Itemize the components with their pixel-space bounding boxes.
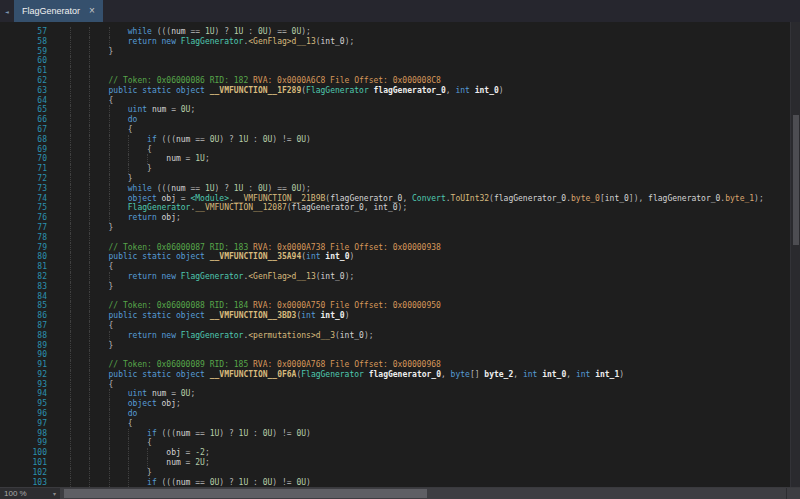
code-line[interactable]: 99 { <box>0 438 790 448</box>
code-text[interactable]: return new FlagGenerator.<GenFlag>d__13(… <box>70 272 790 282</box>
code-text[interactable]: } <box>70 468 790 478</box>
code-line[interactable]: 96 do <box>0 409 790 419</box>
zoom-select[interactable]: 100 % ▾ <box>0 488 60 499</box>
code-line[interactable]: 83 } <box>0 282 790 292</box>
code-line[interactable]: 92 public static object __VMFUNCTION__0F… <box>0 370 790 380</box>
code-line[interactable]: 63 public static object __VMFUNCTION__1F… <box>0 86 790 96</box>
code-line[interactable]: 78 <box>0 233 790 243</box>
code-line[interactable]: 97 { <box>0 419 790 429</box>
code-line[interactable]: 79 // Token: 0x06000087 RID: 183 RVA: 0x… <box>0 243 790 253</box>
code-text[interactable] <box>70 56 790 66</box>
code-text[interactable]: num = 1U; <box>70 154 790 164</box>
code-line[interactable]: 91 // Token: 0x06000089 RID: 185 RVA: 0x… <box>0 360 790 370</box>
code-editor[interactable]: 57 while (((num == 1U) ? 1U : 0U) == 0U)… <box>0 22 790 487</box>
code-line[interactable]: 86 public static object __VMFUNCTION__3B… <box>0 311 790 321</box>
code-text[interactable]: { <box>70 438 790 448</box>
code-text[interactable]: public static object __VMFUNCTION__0F6A(… <box>70 370 790 380</box>
code-text[interactable]: do <box>70 409 790 419</box>
close-icon[interactable]: × <box>89 6 95 16</box>
code-text[interactable]: } <box>70 341 790 351</box>
code-text[interactable]: } <box>70 282 790 292</box>
horizontal-scrollbar[interactable] <box>60 488 786 499</box>
code-text[interactable]: object obj; <box>70 399 790 409</box>
code-line[interactable]: 70 num = 1U; <box>0 154 790 164</box>
code-line[interactable]: 100 obj = -2; <box>0 448 790 458</box>
code-text[interactable]: do <box>70 115 790 125</box>
code-line[interactable]: 58 return new FlagGenerator.<GenFlag>d__… <box>0 37 790 47</box>
code-text[interactable] <box>70 350 790 360</box>
code-line[interactable]: 102 } <box>0 468 790 478</box>
code-text[interactable]: { <box>70 125 790 135</box>
code-line[interactable]: 61 <box>0 66 790 76</box>
tab-flaggenerator[interactable]: FlagGenerator × <box>14 0 103 22</box>
code-line[interactable]: 76 return obj; <box>0 213 790 223</box>
code-line[interactable]: 85 // Token: 0x06000088 RID: 184 RVA: 0x… <box>0 301 790 311</box>
code-text[interactable]: public static object __VMFUNCTION__1F289… <box>70 86 790 96</box>
code-line[interactable]: 74 object obj = <Module>.__VMFUNCTION__2… <box>0 194 790 204</box>
code-text[interactable]: public static object __VMFUNCTION__35A94… <box>70 252 790 262</box>
code-text[interactable]: if (((num == 0U) ? 1U : 0U) != 0U) <box>70 478 790 487</box>
code-text[interactable]: { <box>70 321 790 331</box>
code-line[interactable]: 84 <box>0 292 790 302</box>
code-line[interactable]: 69 { <box>0 145 790 155</box>
code-text[interactable] <box>70 66 790 76</box>
code-line[interactable]: 93 { <box>0 380 790 390</box>
code-text[interactable]: FlagGenerator.__VMFUNCTION__12087(flagGe… <box>70 203 790 213</box>
code-line[interactable]: 87 { <box>0 321 790 331</box>
code-text[interactable]: { <box>70 419 790 429</box>
code-line[interactable]: 90 <box>0 350 790 360</box>
code-line[interactable]: 71 } <box>0 164 790 174</box>
nav-back-icon[interactable]: ◄ <box>0 0 14 22</box>
code-line[interactable]: 68 if (((num == 0U) ? 1U : 0U) != 0U) <box>0 135 790 145</box>
code-text[interactable]: } <box>70 47 790 57</box>
code-text[interactable]: return new FlagGenerator.<permutations>d… <box>70 331 790 341</box>
code-text[interactable] <box>70 233 790 243</box>
code-text[interactable]: // Token: 0x06000086 RID: 182 RVA: 0x000… <box>70 76 790 86</box>
code-text[interactable]: while (((num == 1U) ? 1U : 0U) == 0U); <box>70 184 790 194</box>
code-line[interactable]: 81 { <box>0 262 790 272</box>
code-text[interactable]: while (((num == 1U) ? 1U : 0U) == 0U); <box>70 27 790 37</box>
code-text[interactable]: uint num = 0U; <box>70 105 790 115</box>
code-line[interactable]: 66 do <box>0 115 790 125</box>
code-text[interactable]: if (((num == 1U) ? 1U : 0U) != 0U) <box>70 429 790 439</box>
code-line[interactable]: 94 uint num = 0U; <box>0 389 790 399</box>
code-line[interactable]: 77 } <box>0 223 790 233</box>
code-text[interactable]: // Token: 0x06000087 RID: 183 RVA: 0x000… <box>70 243 790 253</box>
code-line[interactable]: 103 if (((num == 0U) ? 1U : 0U) != 0U) <box>0 478 790 487</box>
code-line[interactable]: 75 FlagGenerator.__VMFUNCTION__12087(fla… <box>0 203 790 213</box>
horizontal-scrollbar-thumb[interactable] <box>64 489 427 498</box>
code-text[interactable]: num = 2U; <box>70 458 790 468</box>
code-text[interactable]: } <box>70 223 790 233</box>
code-text[interactable]: } <box>70 164 790 174</box>
code-line[interactable]: 73 while (((num == 1U) ? 1U : 0U) == 0U)… <box>0 184 790 194</box>
code-text[interactable]: public static object __VMFUNCTION__3BD3(… <box>70 311 790 321</box>
code-text[interactable]: } <box>70 174 790 184</box>
code-text[interactable]: obj = -2; <box>70 448 790 458</box>
code-text[interactable] <box>70 292 790 302</box>
code-line[interactable]: 89 } <box>0 341 790 351</box>
code-line[interactable]: 60 <box>0 56 790 66</box>
code-line[interactable]: 59 } <box>0 47 790 57</box>
code-line[interactable]: 82 return new FlagGenerator.<GenFlag>d__… <box>0 272 790 282</box>
code-text[interactable]: // Token: 0x06000089 RID: 185 RVA: 0x000… <box>70 360 790 370</box>
code-line[interactable]: 88 return new FlagGenerator.<permutation… <box>0 331 790 341</box>
code-line[interactable]: 101 num = 2U; <box>0 458 790 468</box>
code-text[interactable]: object obj = <Module>.__VMFUNCTION__21B9… <box>70 194 790 204</box>
code-line[interactable]: 65 uint num = 0U; <box>0 105 790 115</box>
code-text[interactable]: { <box>70 262 790 272</box>
code-text[interactable]: uint num = 0U; <box>70 389 790 399</box>
code-text[interactable]: // Token: 0x06000088 RID: 184 RVA: 0x000… <box>70 301 790 311</box>
vertical-scrollbar[interactable] <box>790 22 800 487</box>
code-line[interactable]: 57 while (((num == 1U) ? 1U : 0U) == 0U)… <box>0 27 790 37</box>
code-text[interactable]: if (((num == 0U) ? 1U : 0U) != 0U) <box>70 135 790 145</box>
code-line[interactable]: 67 { <box>0 125 790 135</box>
code-line[interactable]: 64 { <box>0 96 790 106</box>
code-text[interactable]: { <box>70 145 790 155</box>
code-line[interactable]: 80 public static object __VMFUNCTION__35… <box>0 252 790 262</box>
code-text[interactable]: { <box>70 380 790 390</box>
code-line[interactable]: 72 } <box>0 174 790 184</box>
code-line[interactable]: 95 object obj; <box>0 399 790 409</box>
vertical-scrollbar-thumb[interactable] <box>793 115 799 245</box>
code-text[interactable]: return new FlagGenerator.<GenFlag>d__13(… <box>70 37 790 47</box>
code-line[interactable]: 98 if (((num == 1U) ? 1U : 0U) != 0U) <box>0 429 790 439</box>
